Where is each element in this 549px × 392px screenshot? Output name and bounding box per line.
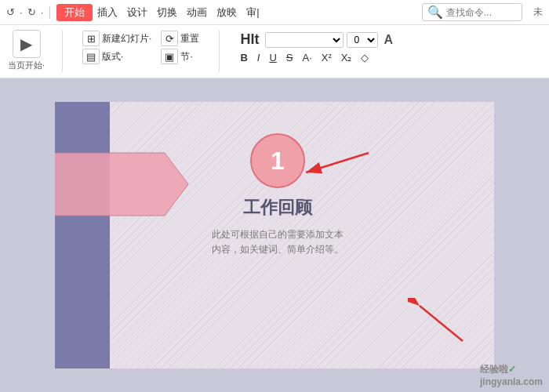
layout-row[interactable]: ▤ 版式· bbox=[80, 48, 154, 65]
watermark-url: jingyanla.com bbox=[480, 376, 543, 387]
font-grow-button[interactable]: A bbox=[381, 33, 395, 47]
search-box[interactable]: 🔍 bbox=[422, 3, 522, 21]
clear-format-button[interactable]: ◇ bbox=[358, 51, 372, 64]
start-tab-button[interactable]: 开始 bbox=[56, 4, 93, 21]
watermark-checkmark: ✓ bbox=[508, 364, 516, 375]
superscript-button[interactable]: X² bbox=[318, 51, 335, 64]
svg-line-6 bbox=[420, 306, 463, 341]
font-row-1: HIt 0 A bbox=[237, 31, 395, 48]
menu-transition[interactable]: 切换 bbox=[157, 5, 177, 20]
menu-review[interactable]: 审| bbox=[246, 5, 259, 20]
bold-button[interactable]: B bbox=[237, 51, 250, 64]
ribbon-small-icons-right: ⟳ 重置 ▣ 节· bbox=[158, 30, 202, 65]
menu-animation[interactable]: 动画 bbox=[187, 5, 207, 20]
ribbon-divider-2 bbox=[219, 30, 220, 72]
number-circle-wrapper: 1 bbox=[250, 133, 305, 188]
menu-insert[interactable]: 插入 bbox=[97, 5, 118, 20]
ribbon: ▶ 当页开始· ⊞ 新建幻灯片· ▤ 版式· ⟳ 重置 bbox=[0, 25, 549, 78]
svg-line-4 bbox=[306, 153, 369, 172]
new-slide-row[interactable]: ⊞ 新建幻灯片· bbox=[80, 30, 154, 47]
section-label: 节· bbox=[180, 50, 192, 64]
svg-marker-0 bbox=[55, 153, 188, 216]
play-label: 当页开始· bbox=[8, 60, 45, 71]
undo-icon[interactable]: ↺ bbox=[6, 6, 15, 18]
ribbon-font-area: HIt 0 A B I U S A· X² X₂ ◇ bbox=[237, 30, 395, 64]
layout-label: 版式· bbox=[102, 50, 123, 64]
slide-number: 1 bbox=[271, 147, 285, 176]
reset-label: 重置 bbox=[180, 32, 199, 45]
ribbon-small-icons-left: ⊞ 新建幻灯片· ▤ 版式· bbox=[80, 30, 154, 65]
number-circle: 1 bbox=[250, 133, 305, 188]
redo-arrow-icon[interactable]: · bbox=[41, 6, 44, 18]
play-button[interactable]: ▶ bbox=[13, 30, 41, 58]
ribbon-group-play: ▶ 当页开始· bbox=[8, 30, 45, 71]
subtitle-line-1: 此处可根据自己的需要添加文本 bbox=[212, 227, 344, 242]
new-slide-label: 新建幻灯片· bbox=[102, 32, 151, 45]
hit-text-display: HIt bbox=[237, 31, 262, 48]
subtitle-line-2: 内容，如关键词、简单介绍等。 bbox=[212, 242, 344, 257]
red-arrow-bottom bbox=[408, 298, 471, 345]
menu-nav: 插入 设计 切换 动画 放映 审| bbox=[97, 5, 259, 20]
section-icon: ▣ bbox=[161, 49, 178, 64]
pink-arrow-shape bbox=[55, 141, 204, 227]
redo-icon[interactable]: ↻ bbox=[27, 6, 36, 18]
subscript-button[interactable]: X₂ bbox=[338, 51, 355, 64]
ribbon-group-slides: ⊞ 新建幻灯片· ▤ 版式· ⟳ 重置 ▣ 节· bbox=[80, 30, 202, 65]
underline-button[interactable]: U bbox=[266, 51, 279, 64]
ribbon-divider-1 bbox=[62, 30, 63, 72]
undo-arrow-icon[interactable]: · bbox=[20, 6, 23, 18]
reset-icon: ⟳ bbox=[161, 31, 178, 46]
divider-1 bbox=[49, 6, 50, 19]
font-size-select[interactable]: 0 bbox=[347, 32, 378, 48]
watermark: 经验啦✓ jingyanla.com bbox=[480, 363, 543, 387]
reset-row[interactable]: ⟳ 重置 bbox=[158, 30, 202, 47]
ribbon-top-row: ⊞ 新建幻灯片· ▤ 版式· ⟳ 重置 ▣ 节· bbox=[80, 30, 202, 65]
section-row[interactable]: ▣ 节· bbox=[158, 48, 202, 65]
italic-button[interactable]: I bbox=[254, 51, 264, 64]
user-badge: 未 bbox=[533, 5, 543, 19]
menu-slideshow[interactable]: 放映 bbox=[216, 5, 237, 20]
red-arrow-top bbox=[298, 145, 376, 184]
search-icon: 🔍 bbox=[427, 5, 443, 20]
font-color-button[interactable]: A· bbox=[299, 51, 314, 64]
strikethrough-button[interactable]: S bbox=[283, 51, 296, 64]
slide-title: 工作回顾 bbox=[243, 196, 312, 220]
slide-subtitle: 此处可根据自己的需要添加文本 内容，如关键词、简单介绍等。 bbox=[212, 227, 344, 257]
font-row-2: B I U S A· X² X₂ ◇ bbox=[237, 51, 395, 64]
font-family-select[interactable] bbox=[265, 32, 344, 48]
titlebar: ↺ · ↻ · 开始 插入 设计 切换 动画 放映 审| 🔍 未 bbox=[0, 0, 549, 25]
watermark-text: 经验啦 bbox=[480, 364, 508, 375]
canvas-area: 1 工作回顾 此处可根据自己的需要添加文本 内容，如关键词、简单介绍等。 bbox=[0, 78, 549, 392]
menu-design[interactable]: 设计 bbox=[127, 5, 147, 20]
slide[interactable]: 1 工作回顾 此处可根据自己的需要添加文本 内容，如关键词、简单介绍等。 bbox=[55, 102, 494, 368]
new-slide-icon: ⊞ bbox=[82, 31, 100, 46]
layout-icon: ▤ bbox=[82, 49, 100, 64]
search-input[interactable] bbox=[446, 7, 517, 18]
